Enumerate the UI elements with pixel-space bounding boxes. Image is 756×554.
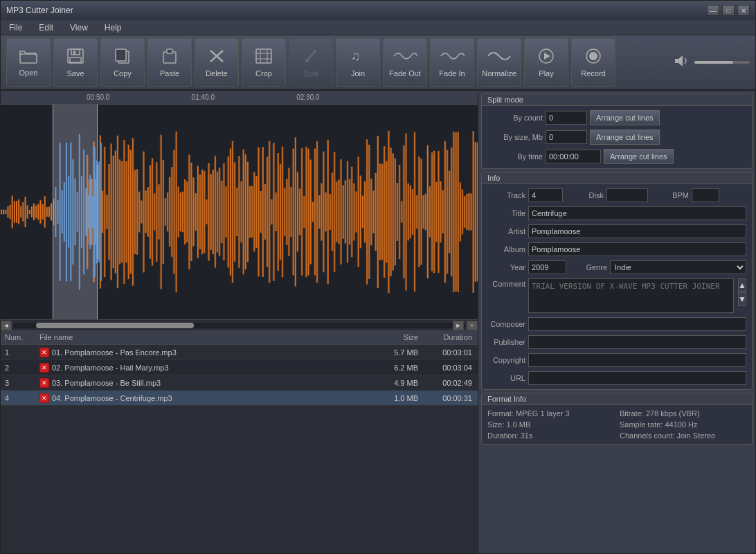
record-button[interactable]: Record <box>571 38 615 87</box>
composer-input[interactable] <box>528 317 746 331</box>
track-label: Track <box>487 191 525 199</box>
table-row[interactable]: 4 ✕ 04. Pomplamoose - Centrifuge.mp3 1.0… <box>1 391 478 406</box>
cell-num: 1 <box>1 347 35 358</box>
arrange-by-size-button[interactable]: Arrange cut lines <box>590 129 660 145</box>
by-size-input[interactable] <box>546 130 587 144</box>
maximize-button[interactable]: □ <box>722 5 735 16</box>
table-row[interactable]: 1 ✕ 01. Pomplamoose - Pas Encore.mp3 5.7… <box>1 345 478 360</box>
paste-label: Paste <box>160 69 179 78</box>
menu-edit[interactable]: Edit <box>33 21 59 34</box>
volume-slider[interactable] <box>694 61 750 64</box>
track-input[interactable] <box>528 188 563 202</box>
by-count-input[interactable] <box>546 111 587 125</box>
disk-input[interactable] <box>606 188 648 202</box>
cell-name: ✕ 03. Pomplamoose - Be Still.mp3 <box>35 377 374 389</box>
split-by-size-row: By size, Mb Arrange cut lines <box>487 129 746 145</box>
svg-text:♫: ♫ <box>351 49 361 63</box>
fadeout-button[interactable]: Fade Out <box>383 38 427 87</box>
scroll-right-button[interactable]: ► <box>453 321 464 330</box>
zoom-in-button[interactable]: + <box>467 321 478 330</box>
bitrate-text: Bitrate: 278 kbps (VBR) <box>620 409 746 418</box>
by-time-input[interactable] <box>546 150 601 163</box>
right-panel: Split mode By count Arrange cut lines By… <box>478 91 755 553</box>
comment-scroll-up[interactable]: ▲ <box>738 278 746 292</box>
delete-row-button[interactable]: ✕ <box>39 393 49 403</box>
join-button[interactable]: ♫ Join <box>336 38 380 87</box>
table-row[interactable]: 2 ✕ 02. Pomplamoose - Hail Mary.mp3 6.2 … <box>1 360 478 375</box>
timeline-marks: 00:50.0 01:40.0 02:30.0 <box>1 91 478 104</box>
copyright-input[interactable] <box>528 353 746 367</box>
title-input[interactable] <box>528 206 746 220</box>
record-icon <box>584 48 602 66</box>
header-num: Num. <box>1 332 35 343</box>
crop-button[interactable]: Crop <box>242 38 286 87</box>
delete-button[interactable]: Delete <box>195 38 239 87</box>
cell-name: ✕ 04. Pomplamoose - Centrifuge.mp3 <box>35 392 374 404</box>
publisher-input[interactable] <box>528 335 746 349</box>
paste-button[interactable]: Paste <box>147 38 192 87</box>
play-button[interactable]: Play <box>524 38 568 87</box>
split-by-count-row: By count Arrange cut lines <box>487 110 746 125</box>
scrollbar-thumb[interactable] <box>36 323 195 328</box>
split-mode-title: Split mode <box>482 94 752 106</box>
title-label: Title <box>487 209 525 217</box>
fadein-button[interactable]: Fade In <box>430 38 474 87</box>
main-content: 00:50.0 01:40.0 02:30.0 // This will be … <box>1 91 755 553</box>
bpm-input[interactable] <box>692 188 719 202</box>
cell-size: 4.9 MB <box>374 377 422 388</box>
arrange-by-time-button[interactable]: Arrange cut lines <box>604 149 674 164</box>
toolbar: Open Save Copy Paste Delete <box>1 35 755 91</box>
crop-label: Crop <box>255 69 272 78</box>
comment-scroll-down[interactable]: ▼ <box>738 292 746 306</box>
copy-button[interactable]: Copy <box>100 38 145 87</box>
delete-row-button[interactable]: ✕ <box>39 378 49 388</box>
split-mode-content: By count Arrange cut lines By size, Mb A… <box>482 106 752 168</box>
title-row: Title <box>487 206 746 220</box>
minimize-button[interactable]: — <box>707 5 719 16</box>
menu-help[interactable]: Help <box>99 21 127 34</box>
waveform-container[interactable]: // This will be generated by JS below <box>1 105 478 319</box>
svg-marker-22 <box>675 55 683 66</box>
save-icon <box>66 48 84 66</box>
menu-view[interactable]: View <box>64 21 93 34</box>
cell-size: 5.7 MB <box>374 347 422 358</box>
cell-size: 1.0 MB <box>374 393 422 404</box>
delete-row-button[interactable]: ✕ <box>39 348 49 357</box>
open-label: Open <box>19 69 38 77</box>
genre-select[interactable]: Indie Rock Pop Jazz Classical Electronic <box>610 260 746 274</box>
cell-num: 2 <box>1 362 35 373</box>
size-text: Size: 1.0 MB <box>487 420 614 429</box>
volume-control <box>674 54 750 71</box>
cell-duration: 00:03:01 <box>422 347 478 358</box>
comment-input[interactable] <box>528 278 734 313</box>
cell-name: ✕ 01. Pomplamoose - Pas Encore.mp3 <box>35 346 374 359</box>
split-mode-panel: Split mode By count Arrange cut lines By… <box>481 93 753 169</box>
join-icon: ♫ <box>349 48 367 66</box>
close-button[interactable]: ✕ <box>737 5 750 16</box>
split-button[interactable]: Split <box>289 38 333 87</box>
normalize-icon <box>487 48 512 66</box>
menu-file[interactable]: File <box>3 21 28 34</box>
normalize-button[interactable]: Normalize <box>477 38 521 87</box>
genre-label: Genre <box>569 263 607 271</box>
cell-duration: 00:02:49 <box>422 377 478 388</box>
file-list-header: Num. File name Size Duration <box>1 330 478 345</box>
scrollbar-track[interactable] <box>13 323 465 328</box>
table-row[interactable]: 3 ✕ 03. Pomplamoose - Be Still.mp3 4.9 M… <box>1 375 478 391</box>
menu-bar: File Edit View Help <box>1 20 755 35</box>
save-button[interactable]: Save <box>53 38 98 87</box>
artist-row: Artist <box>487 224 746 238</box>
delete-row-button[interactable]: ✕ <box>39 363 49 373</box>
year-input[interactable] <box>528 260 566 274</box>
open-button[interactable]: Open <box>6 38 51 87</box>
fadein-icon <box>440 48 465 66</box>
album-input[interactable] <box>528 242 746 256</box>
scroll-left-button[interactable]: ◄ <box>1 321 12 330</box>
artist-input[interactable] <box>528 224 746 238</box>
volume-icon <box>674 54 690 71</box>
selection-overlay[interactable] <box>53 105 98 319</box>
url-input[interactable] <box>528 371 746 385</box>
waveform-area: 00:50.0 01:40.0 02:30.0 // This will be … <box>1 91 478 319</box>
cell-num: 3 <box>1 377 35 388</box>
arrange-by-count-button[interactable]: Arrange cut lines <box>590 110 660 125</box>
